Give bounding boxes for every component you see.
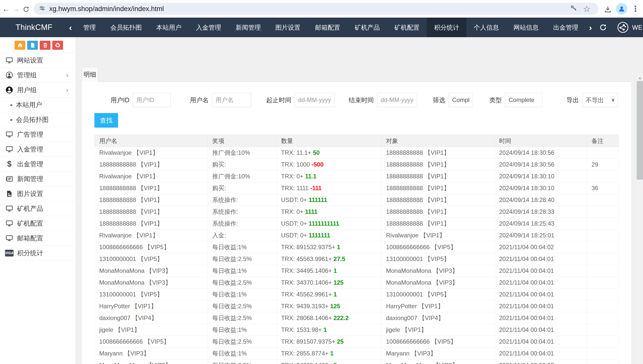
search-button[interactable]: 查找 [94, 113, 118, 128]
sidebar-item-label: 用户组 [17, 86, 37, 94]
cell-note [587, 300, 619, 312]
nav-item[interactable]: 邮箱配置 [308, 18, 347, 37]
cell-user: 18888888888 【VIP1】 [95, 218, 208, 230]
filter-input[interactable] [449, 93, 473, 107]
filter-group: 起止时间 [266, 93, 335, 107]
nav-item[interactable]: 入金管理 [189, 18, 228, 37]
sidebar-item[interactable]: 新闻管理 [0, 172, 75, 186]
sidebar-item[interactable]: 邮箱配置 [0, 231, 75, 246]
records-table: 用户名奖项数量对象时间备注 Rivalwanjoe 【VIP1】推广佣金:10%… [94, 135, 619, 364]
cell-quantity: TRX: 1111 -111 [277, 182, 382, 194]
password-key-icon[interactable] [567, 4, 580, 14]
sidebar-item[interactable]: 网站设置 [0, 53, 75, 68]
cell-user: Rivalwanjoe 【VIP1】 [95, 230, 208, 241]
user-avatar-molecule-icon[interactable] [617, 22, 629, 33]
cell-quantity: TRX: 0+ 11.1 [277, 171, 382, 182]
page-scrollbar[interactable]: ▲ [637, 74, 643, 364]
table-row: daxiong007 【VIP4】每日收益:2.5%TRX: 28068.140… [95, 312, 619, 324]
scrollbar-up-icon[interactable]: ▲ [637, 74, 643, 81]
address-bar[interactable]: xg.hwym.shop/admin/index/index.html ☆ [34, 3, 598, 15]
cell-quantity: TRX: 34495.1406+ 1 [277, 265, 382, 277]
nav-item[interactable]: 网站信息 [506, 18, 546, 37]
site-info-tune-icon[interactable] [39, 5, 46, 13]
download-icon[interactable] [603, 4, 613, 14]
cell-user: 18888888888 【VIP1】 [95, 194, 208, 206]
column-header: 备注 [587, 135, 619, 147]
cell-quantity: TRX: 1000 -500 [277, 159, 382, 171]
reload-icon[interactable] [21, 4, 31, 14]
table-row: 18888888888 【VIP1】系统操作:TRX: 0+ 111118888… [95, 206, 619, 218]
column-header: 时间 [495, 135, 587, 147]
sidebar: ♻ 网站设置管理组›用户组›▸本站用户▸会员拓扑图广告管理入金管理$出金管理新闻… [0, 37, 75, 364]
sidebar-item[interactable]: VISA积分统计 [0, 246, 75, 261]
monitor-icon [5, 205, 14, 212]
cell-note [587, 171, 619, 182]
chevron-left-icon[interactable]: ‹ [65, 23, 76, 32]
nav-item[interactable]: 矿机配置 [387, 18, 427, 37]
cell-time: 2021/11/04 00:04:01 [495, 336, 587, 348]
home-button[interactable] [15, 41, 25, 50]
sidebar-item[interactable]: ▸会员拓扑图 [0, 112, 75, 127]
forward-icon[interactable]: → [11, 4, 21, 14]
cell-user: 1008666666666 【VIP5】 [95, 241, 208, 253]
cell-user: Rivalwanjoe 【VIP1】 [95, 171, 208, 182]
bookmark-star-icon[interactable]: ☆ [580, 4, 593, 14]
sidebar-item[interactable]: 管理组› [0, 68, 75, 83]
url-text[interactable]: xg.hwym.shop/admin/index/index.html [49, 5, 567, 13]
content-card: 用户ID用户名起止时间结束时间筛选类型导出不导出 查找 用户名奖项数量对象时间备… [82, 82, 631, 364]
sidebar-item-label: 积分统计 [17, 249, 43, 257]
cell-user: 1008666666666 【VIP5】 [95, 336, 208, 348]
file-button[interactable] [27, 41, 38, 50]
filter-input[interactable] [212, 93, 251, 107]
export-select[interactable]: 不导出 [582, 93, 618, 107]
nav-item[interactable]: 本站用户 [149, 18, 189, 37]
sidebar-item[interactable]: $出金管理 [0, 157, 75, 172]
sidebar-item[interactable]: 广告管理 [0, 127, 75, 142]
filter-input[interactable] [505, 93, 542, 107]
sidebar-item[interactable]: 矿机配置 [0, 216, 75, 231]
sidebar-item[interactable]: 用户组› [0, 83, 75, 97]
sidebar-item[interactable]: ▸本站用户 [0, 97, 75, 112]
sidebar-item[interactable]: 矿机产品 [0, 201, 75, 216]
cell-quantity: TRX: 891507.9375+ 25 [277, 336, 382, 348]
refresh-icon[interactable] [596, 23, 611, 31]
cell-reward: 每日收益:2.5% [208, 312, 277, 324]
browser-profile-icon[interactable] [616, 3, 627, 15]
nav-item[interactable]: 个人信息 [466, 18, 506, 37]
cell-target: MonaMonaMona 【VIP3】 [382, 265, 495, 277]
chevron-right-icon[interactable]: › [585, 23, 595, 32]
cell-quantity: TRX: 9439.3193+ 125 [277, 300, 382, 312]
recycle-button[interactable]: ♻ [52, 41, 63, 50]
filter-input[interactable] [133, 93, 171, 107]
filter-input[interactable] [377, 93, 417, 107]
tab-bar: 明细 [82, 66, 631, 82]
nav-item[interactable]: 新闻管理 [228, 18, 268, 37]
top-navbar: ThinkCMF ‹ 管理会员拓扑图本站用户入金管理新闻管理图片设置邮箱配置矿机… [0, 18, 643, 37]
filter-input[interactable] [295, 93, 335, 107]
kebab-menu-icon[interactable]: ⋮ [630, 4, 640, 14]
back-icon[interactable]: ← [1, 4, 11, 14]
filter-group: 结束时间 [349, 93, 417, 107]
cell-reward: 购买: [208, 182, 277, 194]
scrollbar-thumb[interactable] [637, 81, 643, 180]
cell-reward: 购买: [208, 159, 277, 171]
tab-detail[interactable]: 明细 [82, 67, 98, 82]
user-menu[interactable]: WELCOME_USER [632, 24, 643, 31]
sidebar-item[interactable]: 图片设置 [0, 186, 75, 201]
cell-user: jigele 【VIP1】 [95, 324, 208, 336]
nav-item[interactable]: 图片设置 [268, 18, 308, 37]
nav-item[interactable]: 会员拓扑图 [103, 18, 149, 37]
nav-item[interactable]: 积分统计 [427, 18, 466, 37]
cell-note [587, 206, 619, 218]
cell-quantity: USDT: 0+ 1111111111 [277, 218, 382, 230]
cell-note [587, 194, 619, 206]
nav-item[interactable]: 矿机产品 [347, 18, 387, 37]
file-icon [30, 42, 36, 48]
column-header: 用户名 [95, 135, 208, 147]
brand-logo[interactable]: ThinkCMF [16, 23, 52, 32]
sidebar-item[interactable]: 入金管理 [0, 142, 75, 157]
trash-button[interactable] [40, 41, 50, 50]
nav-item[interactable]: 出金管理 [546, 18, 585, 37]
cell-time: 2021/11/04 00:04:01 [495, 277, 587, 289]
nav-item[interactable]: 管理 [76, 18, 103, 37]
